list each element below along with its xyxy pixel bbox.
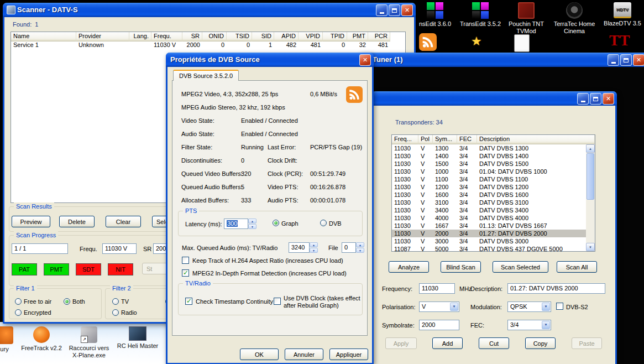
scan-selected-button[interactable]: Scan Selected [493, 261, 548, 273]
spin-down-icon[interactable]: ▼ [248, 224, 256, 229]
vertical-scrollbar[interactable]: ▲ ▼ [586, 144, 595, 251]
cancel-button[interactable]: Annuler [285, 349, 323, 360]
ok-button[interactable]: OK [240, 349, 279, 360]
desktop-icon-freetrack[interactable]: FreeTrack v2.2 [18, 326, 65, 352]
desktop-icon-rc-heli[interactable]: RC Heli Master [114, 326, 161, 350]
transponder-row[interactable]: 11030 V 3000 3/4 DATV DVBS 3000 [392, 237, 586, 245]
column-header[interactable]: VPID [299, 32, 323, 41]
spin-down-icon[interactable]: ▼ [310, 248, 318, 253]
desktop-icon-xplane-shortcut[interactable]: Raccourci vers X-Plane.exe [65, 326, 113, 359]
desktop-icon-terratec[interactable]: TerraTec Home Cinema [552, 2, 596, 35]
transponder-row[interactable]: 11087 V 5000 3/4 DATV DVBS 437 DG0VE 500… [392, 245, 586, 252]
apply-button[interactable]: Appliquer [329, 349, 368, 360]
transponder-row[interactable]: 11030 V 4000 3/4 DATV DVBS 4000 [392, 214, 586, 222]
latency-spin-buttons[interactable]: ▲ ▼ [248, 219, 256, 229]
symbolrate-input[interactable]: 2000 [419, 320, 459, 330]
column-header[interactable]: APID [274, 32, 299, 41]
transponder-row[interactable]: 11030 V 1667 3/4 01.13: DATV DVBS 1667 [392, 222, 586, 230]
tt-logo-icon[interactable]: TT [609, 32, 630, 49]
column-header[interactable]: TPID [323, 32, 347, 41]
column-header[interactable]: FEC [457, 135, 477, 144]
scroll-thumb[interactable] [587, 153, 594, 200]
polarisation-select[interactable]: V ▼ [419, 301, 459, 312]
apply-button[interactable]: Apply [385, 337, 417, 349]
radio-radio[interactable] [112, 309, 119, 316]
maximize-button[interactable] [620, 54, 632, 66]
desktop-icon-pouchin[interactable]: Pouchin TNT TVMod [504, 2, 548, 35]
blind-scan-button[interactable]: Blind Scan [441, 261, 481, 273]
transponder-row[interactable]: 11030 V 1600 3/4 DATV DVBS 1600 [392, 191, 586, 199]
dialog-titlebar[interactable]: Propriétés de DVB Source ✕ [166, 53, 374, 67]
star-icon[interactable]: ★ [471, 35, 482, 48]
column-header[interactable]: Pol [418, 135, 433, 144]
delete-button[interactable]: Delete [59, 216, 95, 227]
column-header[interactable]: Sym... [433, 135, 457, 144]
radio-both[interactable] [64, 298, 70, 305]
paste-button[interactable]: Paste [572, 337, 602, 349]
close-button[interactable]: ✕ [603, 93, 614, 105]
column-header[interactable]: Lang. [129, 32, 151, 41]
desktop-icon-transedit-352[interactable]: TransEdit 3.5.2 [458, 2, 502, 28]
scanner-titlebar[interactable]: Scanner - DATV-S ✕ [3, 3, 416, 17]
column-header[interactable]: Frequ. [151, 32, 182, 41]
column-header[interactable]: PMT [347, 32, 368, 41]
radio-dvb[interactable] [320, 220, 327, 226]
transponder-row[interactable]: 11030 V 1300 3/4 DATV DVBS 1300 [392, 144, 586, 152]
cut-button[interactable]: Cut [479, 337, 509, 349]
desktop-icon-blazedtv[interactable]: HDTV BlazeDTV 3.5 [600, 2, 644, 27]
mpeg2-indepth-checkbox[interactable] [182, 269, 189, 277]
analyze-button[interactable]: Analyze [389, 261, 429, 273]
close-button[interactable]: ✕ [401, 4, 413, 16]
column-header[interactable]: ONID [202, 32, 227, 41]
column-header[interactable]: Description [477, 135, 595, 144]
column-header[interactable]: SID [252, 32, 274, 41]
tuner-titlebar[interactable]: Tuner (1) ✕ [358, 53, 644, 67]
chevron-down-icon[interactable]: ▼ [542, 321, 550, 329]
copy-button[interactable]: Copy [525, 337, 556, 349]
transponder-row[interactable]: 11030 V 1400 3/4 DATV DVBS 1400 [392, 152, 586, 160]
chevron-down-icon[interactable]: ▼ [542, 303, 550, 311]
transponder-titlebar[interactable]: ✕ [371, 91, 617, 106]
column-header[interactable]: Provider [76, 32, 129, 41]
transponder-row[interactable]: 11030 V 3100 3/4 DATV DVBS 3100 [392, 199, 586, 206]
clear-button[interactable]: Clear [106, 216, 141, 227]
file-spin-buttons[interactable]: ▲ ▼ [356, 242, 364, 253]
spin-up-icon[interactable]: ▲ [248, 219, 256, 223]
column-header[interactable]: Freq... [392, 135, 418, 144]
close-button[interactable]: ✕ [359, 54, 371, 66]
spin-up-icon[interactable]: ▲ [356, 242, 364, 247]
dvbs2-checkbox[interactable] [556, 303, 563, 310]
column-header[interactable]: Name [11, 32, 76, 41]
frequency-input[interactable]: 11030 [419, 283, 455, 294]
tv-spin-buttons[interactable]: ▲ ▼ [310, 242, 318, 253]
transponder-row[interactable]: 11030 V 1500 3/4 DATV DVBS 1500 [392, 160, 586, 168]
scroll-down-button[interactable]: ▼ [586, 243, 595, 251]
close-button[interactable]: ✕ [633, 54, 644, 66]
chevron-down-icon[interactable]: ▼ [450, 303, 458, 311]
maximize-button[interactable] [590, 93, 601, 105]
desktop-icon-transedit-360[interactable]: nsEdit 3.6.0 [413, 2, 457, 28]
service-row[interactable]: Service 1 Unknown 11030 V 2000 0 0 1 482… [11, 41, 405, 50]
feed-icon[interactable] [419, 33, 437, 51]
latency-spinner[interactable]: 300 [224, 219, 248, 229]
maximize-button[interactable] [389, 4, 400, 16]
column-header[interactable]: PCR [368, 32, 390, 41]
scroll-up-button[interactable]: ▲ [586, 144, 595, 153]
transponder-list[interactable]: Freq...PolSym...FECDescription 11030 V 1… [391, 134, 595, 252]
radio-encrypted[interactable] [15, 309, 22, 316]
scan-all-button[interactable]: Scan All [557, 261, 597, 273]
radio-tv[interactable] [112, 298, 119, 305]
radio-graph[interactable] [273, 220, 279, 226]
radio-free-to-air[interactable] [15, 298, 22, 305]
timestamp-continuity-checkbox[interactable] [185, 298, 192, 305]
column-header[interactable]: TSID [227, 32, 252, 41]
preview-button[interactable]: Preview [12, 216, 50, 227]
description-input[interactable]: 01.27: DATV DVBS 2000 [507, 283, 605, 294]
h264-aspect-checkbox[interactable] [182, 257, 189, 264]
spin-down-icon[interactable]: ▼ [356, 248, 364, 253]
transponder-row[interactable]: 11030 V 1200 3/4 DATV DVBS 1200 [392, 183, 586, 191]
transponder-row[interactable]: 11030 V 3400 3/4 DATV DVBS 3400 [392, 206, 586, 214]
fec-select[interactable]: 3/4 ▼ [507, 320, 551, 330]
column-header[interactable]: SR [182, 32, 202, 41]
transponder-row[interactable]: 11030 V 1000 3/4 01.04: DATV DVBS 1000 [392, 168, 586, 175]
